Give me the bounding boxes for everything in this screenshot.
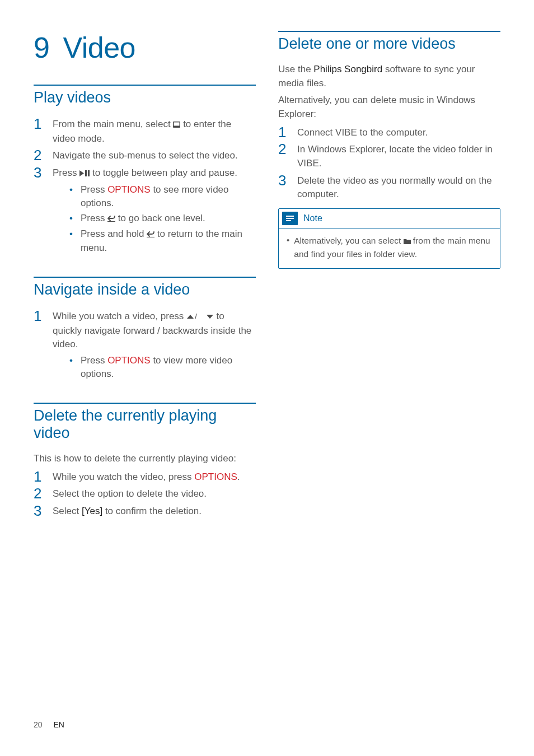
svg-rect-2: [85, 170, 87, 176]
section-rule: [278, 31, 500, 32]
step-number: 3: [34, 503, 53, 519]
video-icon: [173, 118, 180, 132]
back-icon: [147, 228, 154, 242]
up-down-icon: /: [186, 310, 214, 324]
intro-text: Alternatively, you can delete music in W…: [278, 94, 500, 121]
step-item: 2 Select the option to delete the video.: [34, 486, 256, 501]
steps-list: 1 Connect VIBE to the computer. 2 In Win…: [278, 125, 500, 202]
chapter-title: 9Video: [34, 31, 256, 64]
svg-text:/: /: [195, 314, 198, 320]
step-number: 2: [34, 148, 53, 163]
note-icon: [282, 212, 298, 225]
bullet-dot: •: [69, 227, 73, 255]
page-footer: 20 EN: [34, 720, 64, 729]
section-delete-more: Delete one or more videos Use the Philip…: [278, 31, 500, 269]
bullet-dot: •: [69, 212, 73, 226]
folder-icon: [404, 235, 411, 248]
bullet-text: Press OPTIONS to view more video options…: [81, 354, 256, 381]
section-title: Delete one or more videos: [278, 35, 500, 53]
play-pause-icon: [79, 167, 90, 181]
section-rule: [34, 85, 256, 86]
bold-text: Philips Songbird: [313, 64, 382, 74]
section-rule: [34, 277, 256, 278]
bullet-text: Press and hold to return to the main men…: [81, 227, 256, 255]
step-number: 3: [34, 165, 53, 256]
step-item: 2 Navigate the sub-menus to select the v…: [34, 148, 256, 163]
step-item: 1 From the main menu, select to enter th…: [34, 116, 256, 146]
step-text: Connect VIBE to the computer.: [297, 125, 428, 140]
steps-list: 1 While you watch the video, press OPTIO…: [34, 469, 256, 519]
svg-rect-1: [174, 123, 180, 126]
steps-list: 1 From the main menu, select to enter th…: [34, 116, 256, 256]
step-text: Select [Yes] to confirm the deletion.: [53, 503, 202, 519]
bullet-dot: •: [69, 354, 73, 381]
sub-bullet-list: • Press OPTIONS to view more video optio…: [53, 354, 256, 381]
section-play-videos: Play videos 1 From the main menu, select…: [34, 85, 256, 256]
bullet-dot: •: [287, 234, 289, 261]
step-text: While you watch the video, press OPTIONS…: [53, 469, 240, 484]
note-box: Note • Alternatively, you can select fro…: [278, 208, 500, 269]
step-number: 2: [278, 142, 297, 170]
bold-text: [Yes]: [82, 506, 102, 516]
step-text: While you watch a video, press / to quic…: [53, 309, 256, 382]
step-number: 2: [34, 486, 53, 501]
note-header: Note: [279, 209, 500, 228]
step-text: From the main menu, select to enter the …: [53, 116, 256, 146]
step-number: 1: [278, 125, 297, 140]
section-delete-current: Delete the currently playing video This …: [34, 403, 256, 519]
section-navigate-video: Navigate inside a video 1 While you watc…: [34, 277, 256, 382]
step-item: 1 While you watch the video, press OPTIO…: [34, 469, 256, 484]
step-text: Select the option to delete the video.: [53, 486, 207, 501]
note-text: Alternatively, you can select from the m…: [294, 234, 492, 261]
step-number: 1: [34, 309, 53, 382]
section-title: Navigate inside a video: [34, 281, 256, 298]
page-number: 20: [34, 720, 43, 729]
sub-bullet: • Press OPTIONS to see more video option…: [69, 183, 256, 211]
step-number: 1: [34, 116, 53, 146]
section-title: Delete the currently playing video: [34, 407, 256, 442]
options-key: OPTIONS: [107, 184, 151, 195]
section-title: Play videos: [34, 89, 256, 106]
intro-text: Use the Philips Songbird software to syn…: [278, 63, 500, 90]
sub-bullet: • Press OPTIONS to view more video optio…: [69, 354, 256, 381]
step-text: In Windows Explorer, locate the video fo…: [297, 142, 500, 170]
options-key: OPTIONS: [194, 472, 237, 482]
page-lang: EN: [53, 720, 64, 729]
bullet-text: Press OPTIONS to see more video options.: [81, 183, 256, 211]
step-item: 3 Press to toggle between play and pause…: [34, 165, 256, 256]
step-item: 3 Delete the video as you normally would…: [278, 173, 500, 202]
step-text: Press to toggle between play and pause. …: [53, 165, 256, 256]
step-text: Delete the video as you normally would o…: [297, 173, 500, 202]
chapter-title-text: Video: [63, 31, 135, 64]
note-body: • Alternatively, you can select from the…: [279, 228, 500, 269]
bullet-text: Press to go back one level.: [81, 212, 205, 226]
sub-bullet-list: • Press OPTIONS to see more video option…: [53, 183, 256, 255]
step-item: 2 In Windows Explorer, locate the video …: [278, 142, 500, 170]
chapter-number: 9: [34, 31, 49, 64]
step-item: 1 While you watch a video, press / to qu…: [34, 309, 256, 382]
step-item: 1 Connect VIBE to the computer.: [278, 125, 500, 140]
sub-bullet: • Press and hold to return to the main m…: [69, 227, 256, 255]
bullet-dot: •: [69, 183, 73, 211]
step-text: Navigate the sub-menus to select the vid…: [53, 148, 238, 163]
section-rule: [34, 403, 256, 404]
step-item: 3 Select [Yes] to confirm the deletion.: [34, 503, 256, 519]
options-key: OPTIONS: [107, 355, 151, 366]
sub-bullet: • Press to go back one level.: [69, 212, 256, 226]
steps-list: 1 While you watch a video, press / to qu…: [34, 309, 256, 382]
note-label: Note: [303, 213, 322, 223]
step-number: 1: [34, 469, 53, 484]
step-number: 3: [278, 173, 297, 202]
back-icon: [107, 212, 115, 226]
intro-text: This is how to delete the currently play…: [34, 452, 256, 466]
